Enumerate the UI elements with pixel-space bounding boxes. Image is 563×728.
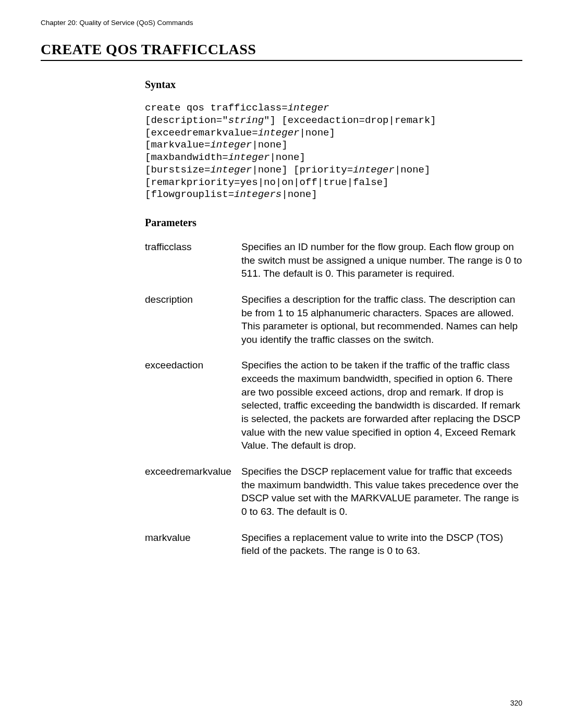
param-row: description Specifies a description for … [145,293,522,359]
syntax-var: integer [210,139,252,151]
param-desc: Specifies the DSCP replacement value for… [241,465,522,531]
command-title: CREATE QOS TRAFFICCLASS [41,41,522,61]
syntax-block: create qos trafficclass=integer [descrip… [145,102,522,201]
param-desc: Specifies a description for the traffic … [241,293,522,359]
param-desc: Specifies a replacement value to write i… [241,531,522,570]
syntax-heading: Syntax [145,79,522,91]
param-name: exceedremarkvalue [145,465,241,531]
param-row: exceedaction Specifies the action to be … [145,359,522,464]
param-name: trafficclass [145,240,241,293]
param-name: exceedaction [145,359,241,464]
syntax-text: [flowgrouplist= [145,189,234,200]
syntax-text: [markvalue= [145,139,210,151]
syntax-text: [exceedremarkvalue= [145,127,258,139]
syntax-var: string [228,115,264,126]
chapter-header: Chapter 20: Quality of Service (QoS) Com… [41,19,522,27]
page-number: 320 [510,699,522,707]
param-name: markvalue [145,531,241,570]
syntax-text: |none] [priority= [252,164,353,176]
syntax-var: integer [210,164,252,176]
syntax-text: [remarkpriority=yes|no|on|off|true|false… [145,177,388,188]
param-desc: Specifies an ID number for the flow grou… [241,240,522,293]
syntax-var: integer [228,152,270,163]
param-row: exceedremarkvalue Specifies the DSCP rep… [145,465,522,531]
syntax-var: integers [234,189,282,200]
syntax-var: integer [353,164,395,176]
syntax-text: "] [exceedaction=drop|remark] [264,115,436,126]
syntax-var: integer [258,127,300,139]
syntax-var: integer [288,102,329,114]
parameters-heading: Parameters [145,217,522,229]
syntax-text: |none] [282,189,317,200]
syntax-text: [description=" [145,115,228,126]
syntax-text: |none] [395,164,430,176]
syntax-text: |none] [270,152,305,163]
document-page: Chapter 20: Quality of Service (QoS) Com… [0,0,563,586]
param-row: trafficclass Specifies an ID number for … [145,240,522,293]
param-row: markvalue Specifies a replacement value … [145,531,522,570]
parameters-table: trafficclass Specifies an ID number for … [145,240,522,570]
syntax-text: [maxbandwidth= [145,152,228,163]
syntax-text: create qos trafficclass= [145,102,288,114]
content-body: Syntax create qos trafficclass=integer [… [145,79,522,570]
syntax-text: |none] [252,139,287,151]
param-desc: Specifies the action to be taken if the … [241,359,522,464]
syntax-text: |none] [299,127,335,139]
param-name: description [145,293,241,359]
syntax-text: [burstsize= [145,164,210,176]
